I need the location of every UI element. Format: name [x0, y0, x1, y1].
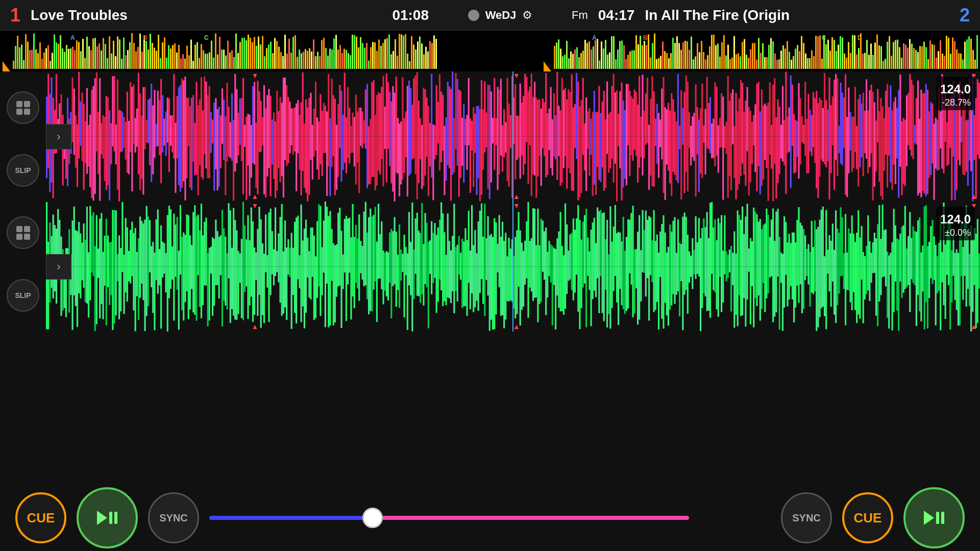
svg-rect-2448: [740, 267, 742, 316]
svg-rect-895: [424, 89, 426, 136]
svg-rect-1329: [774, 79, 775, 137]
deck2-sync-button[interactable]: SYNC: [781, 492, 832, 543]
svg-rect-2040: [411, 267, 413, 332]
svg-rect-1829: [242, 202, 244, 267]
svg-rect-2137: [491, 234, 492, 266]
svg-rect-1236: [698, 137, 700, 192]
svg-rect-83: [180, 59, 182, 69]
svg-rect-1460: [878, 137, 880, 182]
svg-rect-1573: [970, 110, 972, 137]
deck1-bottom-marker3: ▲: [970, 192, 977, 201]
svg-rect-1675: [118, 236, 120, 267]
svg-rect-1511: [920, 90, 922, 137]
deck2-forward-button[interactable]: ›: [46, 254, 71, 280]
svg-rect-1378: [813, 137, 814, 147]
svg-rect-189: [397, 56, 398, 69]
svg-rect-1082: [574, 137, 576, 148]
svg-rect-2435: [730, 246, 732, 267]
deck2-cue-button[interactable]: CUE: [842, 492, 893, 543]
svg-rect-195: [409, 61, 410, 69]
svg-rect-721: [284, 78, 286, 136]
svg-rect-996: [505, 137, 506, 153]
deck1-number: 1: [10, 5, 20, 26]
svg-rect-2509: [790, 243, 792, 266]
svg-rect-297: [725, 56, 727, 69]
gear-icon[interactable]: ⚙: [522, 9, 532, 22]
svg-rect-2575: [843, 253, 845, 266]
svg-rect-184: [386, 38, 388, 69]
svg-rect-1061: [558, 106, 559, 137]
svg-rect-508: [112, 137, 113, 147]
svg-rect-60: [133, 43, 135, 69]
svg-rect-2463: [753, 208, 754, 267]
svg-rect-250: [629, 52, 631, 69]
svg-rect-1179: [653, 91, 655, 137]
svg-rect-484: [93, 137, 94, 201]
svg-rect-2013: [390, 229, 392, 267]
svg-rect-2014: [390, 267, 392, 319]
svg-rect-1660: [106, 267, 107, 325]
svg-rect-2736: [972, 267, 973, 312]
svg-rect-1258: [716, 137, 718, 156]
deck1-slip-button[interactable]: SLIP: [7, 154, 39, 187]
svg-rect-267: [664, 51, 666, 69]
svg-rect-1863: [270, 209, 272, 267]
deck1-sync-button[interactable]: SYNC: [148, 492, 199, 543]
svg-rect-1259: [718, 126, 719, 137]
svg-rect-1161: [639, 76, 640, 137]
svg-rect-1322: [768, 137, 769, 201]
svg-rect-2700: [943, 267, 944, 306]
svg-rect-1009: [516, 116, 518, 137]
svg-rect-392: [919, 46, 921, 69]
svg-rect-1295: [747, 87, 748, 137]
svg-rect-1241: [703, 126, 704, 137]
svg-rect-1624: [77, 267, 78, 327]
deck1-play-button[interactable]: [77, 487, 138, 548]
svg-rect-715: [280, 97, 281, 136]
svg-rect-834: [375, 137, 376, 190]
svg-rect-933: [455, 73, 456, 137]
deck1-pads-button[interactable]: [7, 91, 39, 124]
svg-rect-75: [164, 37, 165, 69]
deck2-play-button[interactable]: [903, 487, 965, 548]
crossfader-knob[interactable]: [362, 508, 383, 528]
svg-rect-515: [118, 110, 120, 137]
svg-rect-531: [131, 87, 133, 136]
svg-rect-1629: [81, 242, 83, 266]
svg-rect-1446: [867, 137, 869, 174]
svg-rect-418: [972, 50, 974, 69]
svg-rect-1811: [228, 203, 230, 266]
svg-rect-136: [288, 39, 290, 69]
svg-rect-1321: [768, 103, 769, 136]
svg-rect-2635: [891, 242, 893, 267]
svg-rect-2305: [626, 237, 627, 266]
svg-rect-889: [420, 118, 421, 137]
svg-rect-963: [479, 109, 481, 137]
svg-rect-1140: [621, 137, 622, 201]
svg-rect-1823: [237, 251, 239, 267]
svg-rect-2563: [834, 250, 835, 267]
svg-rect-1772: [195, 267, 197, 321]
deck1-cue-button[interactable]: CUE: [15, 492, 66, 543]
svg-rect-2741: [977, 219, 978, 266]
svg-rect-1093: [584, 123, 585, 137]
svg-rect-2306: [626, 267, 627, 311]
svg-rect-953: [471, 121, 473, 137]
deck1-pads-button2[interactable]: [7, 216, 39, 249]
svg-rect-2090: [452, 267, 453, 291]
svg-rect-2039: [411, 203, 413, 267]
deck2-pause-bar-2: [941, 512, 944, 524]
svg-rect-1182: [655, 137, 656, 146]
svg-rect-414: [964, 42, 966, 69]
svg-rect-606: [191, 137, 192, 191]
svg-rect-501: [107, 97, 109, 136]
svg-rect-237: [603, 48, 604, 69]
play-triangle: [97, 511, 107, 525]
svg-rect-1065: [561, 78, 563, 136]
deck2-slip-button[interactable]: SLIP: [7, 279, 39, 312]
svg-rect-1178: [651, 137, 653, 186]
deck1-forward-button[interactable]: ›: [46, 124, 71, 149]
svg-rect-313: [758, 38, 760, 69]
svg-rect-401: [938, 51, 939, 69]
svg-rect-1000: [508, 137, 510, 187]
